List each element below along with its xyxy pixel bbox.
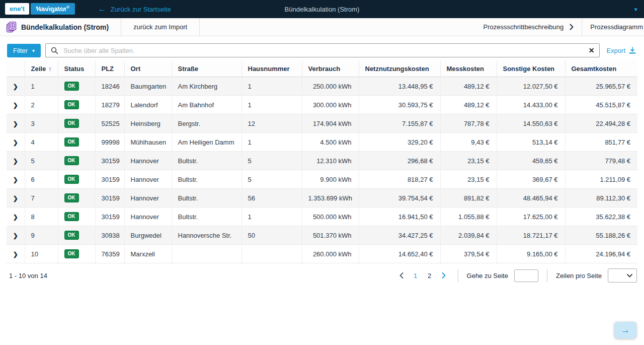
cell-netznutzungskosten: 39.754,54 € <box>359 189 440 208</box>
cell-zeile: 2 <box>25 96 58 114</box>
cell-gesamtkosten: 22.494,28 € <box>565 114 637 133</box>
cell-zeile: 5 <box>25 152 58 170</box>
cell-netznutzungskosten: 14.652,40 € <box>359 245 440 263</box>
cell-ort: Burgwedel <box>124 226 172 245</box>
table-row[interactable]: ❯4OK99998MühlhausenAm Heiligen Damm14.50… <box>7 133 637 152</box>
row-expander[interactable]: ❯ <box>7 245 25 263</box>
row-expander[interactable]: ❯ <box>7 77 25 96</box>
export-button[interactable]: Export <box>606 47 636 54</box>
cell-messkosten: 489,12 € <box>440 77 497 96</box>
row-expander[interactable]: ❯ <box>7 96 25 114</box>
table-row[interactable]: ❯8OK30159HannoverBultstr.1500.000 kWh16.… <box>7 208 637 226</box>
back-to-import-link[interactable]: zurück zum Import <box>121 23 199 31</box>
cell-status: OK <box>58 152 95 170</box>
cell-messkosten: 2.039,84 € <box>440 226 497 245</box>
cell-netznutzungskosten: 818,27 € <box>359 170 440 189</box>
cell-verbrauch: 500.000 kWh <box>302 208 359 226</box>
top-navigation-bar: ene't Navigator® ← Zurück zur Startseite… <box>0 0 644 18</box>
table-toolbar: Filter ▾ ✕ Export <box>7 43 637 57</box>
column-header-netznutzungskosten[interactable]: Netznutzungskosten <box>359 60 440 77</box>
column-header-zeile[interactable]: Zeile↑ <box>25 60 58 77</box>
pagination-bar: 1 - 10 von 14 1 2 Gehe zu Seite Zeilen p… <box>9 263 637 283</box>
table-row[interactable]: ❯5OK30159HannoverBultstr.512.310 kWh296,… <box>7 152 637 170</box>
previous-page-button[interactable] <box>396 270 407 281</box>
row-expander[interactable]: ❯ <box>7 133 25 152</box>
cell-sonstige_kosten: 18.721,17 € <box>497 226 565 245</box>
search-icon <box>51 47 58 54</box>
cell-sonstige_kosten: 14.550,63 € <box>497 114 565 133</box>
page-button-1[interactable]: 1 <box>410 272 421 280</box>
column-header-gesamtkosten[interactable]: Gesamtkosten <box>565 60 637 77</box>
table-row[interactable]: ❯1OK18246BaumgartenAm Kirchberg1250.000 … <box>7 77 637 96</box>
divider <box>547 269 547 282</box>
column-header-verbrauch[interactable]: Verbrauch <box>302 60 359 77</box>
process-diagram-link[interactable]: Prozessdiagramm <box>582 23 644 31</box>
rows-per-page-select[interactable] <box>608 268 637 283</box>
process-step-description-link[interactable]: Prozessschrittbeschreibung <box>475 23 582 31</box>
table-row[interactable]: ❯6OK30159HannoverBultstr.59.900 kWh818,2… <box>7 170 637 189</box>
status-badge: OK <box>64 231 79 240</box>
column-header-ort[interactable]: Ort <box>124 60 172 77</box>
table-row[interactable]: ❯2OK18279LalendorfAm Bahnhof1300.000 kWh… <box>7 96 637 114</box>
column-header-status[interactable]: Status <box>58 60 95 77</box>
cell-hausnummer: 1 <box>242 133 302 152</box>
enet-navigator-logo: ene't Navigator® <box>4 3 76 15</box>
cell-zeile: 4 <box>25 133 58 152</box>
cell-strasse: Bultstr. <box>172 170 242 189</box>
column-header-strasse[interactable]: Straße <box>172 60 242 77</box>
column-header-plz[interactable]: PLZ <box>95 60 124 77</box>
arrow-right-icon: → <box>621 326 630 334</box>
row-expander[interactable]: ❯ <box>7 152 25 170</box>
cell-strasse: Am Heiligen Damm <box>172 133 242 152</box>
table-row[interactable]: ❯3OK52525HeinsbergBergstr.12174.904 kWh7… <box>7 114 637 133</box>
cell-verbrauch: 4.500 kWh <box>302 133 359 152</box>
cell-hausnummer: 12 <box>242 114 302 133</box>
calculation-table-container: Zeile↑ Status PLZ Ort Straße Hausnummer … <box>7 60 637 263</box>
search-input[interactable] <box>62 46 584 55</box>
cell-status: OK <box>58 170 95 189</box>
cell-plz: 99998 <box>95 133 124 152</box>
goto-page-input[interactable] <box>514 269 538 282</box>
back-arrow-icon: ← <box>98 5 106 13</box>
cell-status: OK <box>58 96 95 114</box>
back-to-home-link[interactable]: ← Zurück zur Startseite <box>98 5 171 13</box>
status-badge: OK <box>64 100 79 109</box>
column-header-messkosten[interactable]: Messkosten <box>440 60 497 77</box>
row-expander[interactable]: ❯ <box>7 208 25 226</box>
cell-hausnummer: 1 <box>242 208 302 226</box>
page-button-2[interactable]: 2 <box>424 272 435 280</box>
calculation-table: Zeile↑ Status PLZ Ort Straße Hausnummer … <box>7 60 637 263</box>
cell-gesamtkosten: 779,48 € <box>565 152 637 170</box>
column-header-hausnummer[interactable]: Hausnummer <box>242 60 302 77</box>
cell-netznutzungskosten: 329,20 € <box>359 133 440 152</box>
cell-plz: 30159 <box>95 152 124 170</box>
filter-button[interactable]: Filter ▾ <box>7 44 41 57</box>
cell-sonstige_kosten: 369,67 € <box>497 170 565 189</box>
column-header-sonstige-kosten[interactable]: Sonstige Kosten <box>497 60 565 77</box>
cell-gesamtkosten: 25.965,57 € <box>565 77 637 96</box>
table-row[interactable]: ❯9OK30938BurgwedelHannoversche Str.50501… <box>7 226 637 245</box>
cell-plz: 18279 <box>95 96 124 114</box>
row-expander[interactable]: ❯ <box>7 114 25 133</box>
clear-search-icon[interactable]: ✕ <box>589 47 595 54</box>
table-row[interactable]: ❯10OK76359Marxzell260.000 kWh14.652,40 €… <box>7 245 637 263</box>
cell-hausnummer: 1 <box>242 77 302 96</box>
cell-zeile: 6 <box>25 170 58 189</box>
cell-gesamtkosten: 89.112,30 € <box>565 189 637 208</box>
row-expander[interactable]: ❯ <box>7 226 25 245</box>
chevron-down-icon: ▾ <box>32 48 35 53</box>
chevron-down-icon <box>627 274 632 278</box>
rows-per-page-label: Zeilen pro Seite <box>556 272 602 280</box>
cell-netznutzungskosten: 16.941,50 € <box>359 208 440 226</box>
cell-plz: 18246 <box>95 77 124 96</box>
row-range-label: 1 - 10 von 14 <box>9 272 47 280</box>
chevron-down-icon[interactable]: ▾ <box>634 6 637 13</box>
row-expander[interactable]: ❯ <box>7 189 25 208</box>
cell-sonstige_kosten: 9.165,00 € <box>497 245 565 263</box>
row-expander[interactable]: ❯ <box>7 170 25 189</box>
divider <box>458 269 458 282</box>
next-step-button[interactable]: → <box>614 322 636 338</box>
table-row[interactable]: ❯7OK30159HannoverBultstr.561.353.699 kWh… <box>7 189 637 208</box>
cell-netznutzungskosten: 34.427,25 € <box>359 226 440 245</box>
next-page-button[interactable] <box>438 270 449 281</box>
